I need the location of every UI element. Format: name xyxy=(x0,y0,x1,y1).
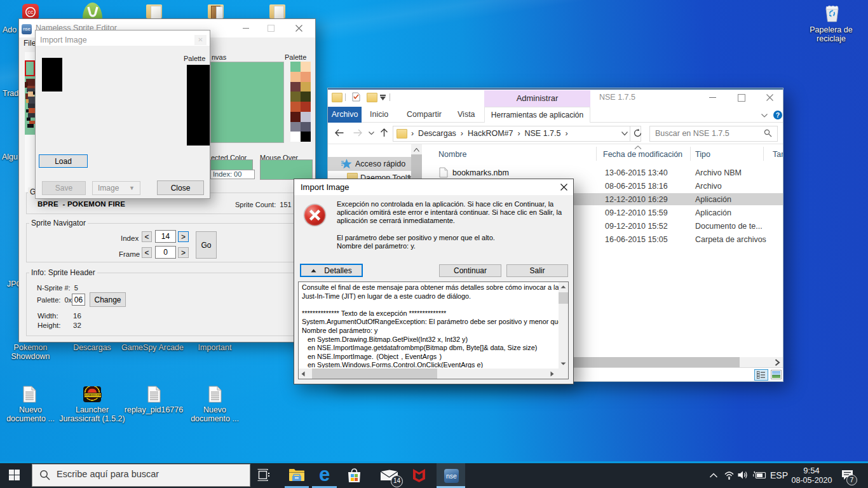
svg-text:cc: cc xyxy=(28,9,34,15)
